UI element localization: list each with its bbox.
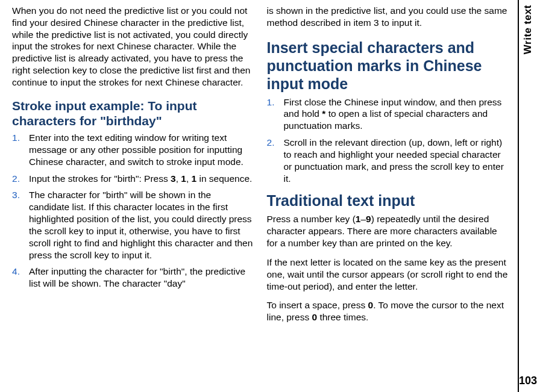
text: three times. (317, 312, 368, 322)
key-label: 3 (171, 173, 176, 184)
stroke-example-list: Enter into the text editing window for w… (12, 132, 254, 294)
page-container: When you do not need the predictive list… (0, 0, 537, 392)
traditional-para-1: Press a number key (1–9) repeatedly unti… (267, 213, 509, 249)
list-item: After inputting the character for "birth… (12, 266, 254, 290)
list-item: Input the strokes for "birth": Press 3, … (12, 173, 254, 185)
traditional-para-3: To insert a space, press 0. To move the … (267, 299, 509, 323)
text: Press a number key ( (267, 214, 356, 224)
text: in sequence. (196, 173, 252, 184)
content-area: When you do not need the predictive list… (0, 0, 518, 392)
special-chars-list: First close the Chinese input window, an… (267, 96, 509, 190)
left-column: When you do not need the predictive list… (12, 5, 263, 387)
intro-paragraph: When you do not need the predictive list… (12, 5, 254, 89)
section-label: Write text (522, 5, 534, 54)
key-label: 0 (312, 312, 317, 322)
text: , (176, 173, 181, 184)
text: , (186, 173, 192, 184)
list-item: Scroll in the relevant direction (up, do… (267, 137, 509, 184)
text: To insert a space, press (267, 300, 368, 310)
right-column: is shown in the predictive list, and you… (263, 5, 518, 387)
page-number: 103 (519, 375, 537, 387)
stroke-example-heading: Stroke input example: To input character… (12, 98, 254, 128)
key-label: 0 (368, 300, 374, 310)
text: Input the strokes for "birth": Press (29, 173, 171, 184)
key-label: 9 (366, 214, 371, 224)
sidebar: Write text 103 (518, 0, 537, 392)
list-item: Enter into the text editing window for w… (12, 132, 254, 167)
list-item: The character for "birth" will be shown … (12, 189, 254, 261)
special-chars-heading: Insert special characters and punctuatio… (267, 39, 509, 93)
traditional-input-heading: Traditional text input (267, 191, 509, 210)
key-label: 1 (181, 173, 186, 184)
traditional-para-2: If the next letter is located on the sam… (267, 257, 509, 292)
continuation-paragraph: is shown in the predictive list, and you… (267, 5, 509, 29)
key-label: 1 (192, 173, 197, 184)
text: – (360, 214, 366, 224)
list-item: First close the Chinese input window, an… (267, 96, 509, 132)
